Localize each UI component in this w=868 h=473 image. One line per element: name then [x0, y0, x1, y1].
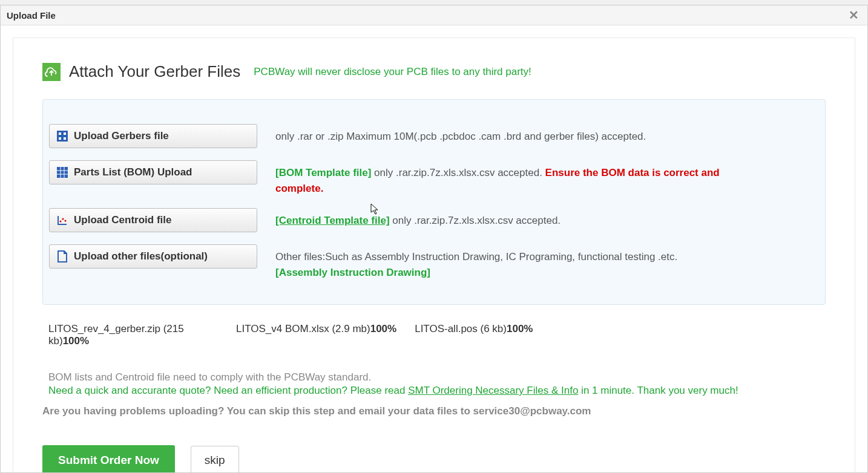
centroid-info-text: only .rar.zip.7z.xls.xlsx.csv accepted.	[390, 215, 561, 226]
upload-other-button[interactable]: Upload other files(optional)	[49, 244, 257, 269]
upload-file-dialog: Upload File ✕ Attach Your Gerber Files P…	[0, 5, 868, 473]
file-entry: LITOS_rev_4_gerber.zip (215 kb)100%	[48, 323, 218, 347]
upload-row-gerber: Upload Gerbers file only .rar or .zip Ma…	[49, 118, 819, 154]
file-progress: 100%	[63, 335, 89, 347]
centroid-template-link[interactable]: [Centroid Template file]	[275, 215, 390, 226]
file-entry: LITOS_v4 BOM.xlsx (2.9 mb)100%	[236, 323, 396, 347]
gerber-info: only .rar or .zip Maximum 10M(.pcb .pcbd…	[275, 124, 646, 145]
svg-rect-2	[64, 132, 66, 135]
inner-panel: Attach Your Gerber Files PCBWay will nev…	[13, 38, 855, 472]
upload-centroid-label: Upload Centroid file	[74, 214, 172, 226]
gerber-icon	[56, 129, 69, 143]
other-info-text: Other files:Such as Assembly Instruction…	[275, 251, 677, 263]
file-icon	[56, 250, 69, 263]
file-entry: LITOS-all.pos (6 kb)100%	[415, 323, 533, 347]
dialog-header: Upload File ✕	[1, 5, 867, 25]
svg-rect-1	[59, 132, 61, 135]
svg-point-10	[60, 221, 62, 223]
upload-gerbers-label: Upload Gerbers file	[74, 130, 169, 142]
assembly-instruction-link[interactable]: [Assembly Instruction Drawing]	[275, 267, 430, 278]
bom-template-link[interactable]: [BOM Template file]	[275, 167, 371, 178]
privacy-note: PCBWay will never disclose your PCB file…	[254, 66, 531, 78]
upload-row-bom: Parts List (BOM) Upload [BOM Template fi…	[49, 154, 819, 202]
dialog-title: Upload File	[7, 10, 56, 21]
close-icon[interactable]: ✕	[846, 9, 861, 21]
quote-suffix: in 1 minute. Thank you very much!	[578, 385, 738, 396]
quote-note: Need a quick and accurante quote? Need a…	[48, 385, 820, 397]
svg-rect-4	[64, 137, 66, 140]
bom-info: [BOM Template file] only .rar.zip.7z.xls…	[275, 160, 760, 196]
upload-panel: Upload Gerbers file only .rar or .zip Ma…	[42, 99, 826, 305]
upload-gerbers-button[interactable]: Upload Gerbers file	[49, 124, 257, 148]
upload-bom-button[interactable]: Parts List (BOM) Upload	[49, 160, 257, 184]
bom-info-text: only .rar.zip.7z.xls.xlsx.csv accepted.	[371, 167, 545, 178]
dialog-body[interactable]: Attach Your Gerber Files PCBWay will nev…	[1, 25, 867, 472]
skip-button[interactable]: skip	[191, 446, 239, 472]
svg-rect-3	[59, 137, 61, 140]
page-title: Attach Your Gerber Files	[69, 62, 240, 81]
centroid-info: [Centroid Template file] only .rar.zip.7…	[275, 208, 561, 229]
upload-bom-label: Parts List (BOM) Upload	[74, 166, 192, 178]
table-icon	[56, 166, 69, 179]
trouble-note: Are you having problems uploading? You c…	[42, 405, 826, 417]
compliance-note: BOM lists and Centroid file need to comp…	[48, 371, 820, 383]
svg-rect-5	[57, 167, 68, 178]
cloud-upload-icon	[42, 63, 61, 81]
file-name: LITOS_v4 BOM.xlsx (2.9 mb)	[236, 323, 370, 334]
svg-point-11	[62, 218, 64, 220]
uploaded-files-list: LITOS_rev_4_gerber.zip (215 kb)100% LITO…	[48, 323, 820, 347]
centroid-icon	[56, 214, 69, 227]
heading-row: Attach Your Gerber Files PCBWay will nev…	[42, 62, 826, 81]
file-name: LITOS-all.pos (6 kb)	[415, 323, 507, 334]
svg-point-12	[65, 220, 67, 222]
files-section: LITOS_rev_4_gerber.zip (215 kb)100% LITO…	[42, 305, 826, 403]
file-progress: 100%	[370, 323, 396, 334]
submit-order-button[interactable]: Submit Order Now	[42, 445, 175, 472]
file-progress: 100%	[507, 323, 533, 334]
svg-rect-0	[57, 131, 68, 142]
smt-ordering-link[interactable]: SMT Ordering Necessary Files & Info	[408, 385, 578, 396]
quote-prefix: Need a quick and accurante quote? Need a…	[48, 385, 408, 396]
upload-other-label: Upload other files(optional)	[74, 250, 208, 263]
upload-row-centroid: Upload Centroid file [Centroid Template …	[49, 202, 819, 238]
other-info: Other files:Such as Assembly Instruction…	[275, 244, 677, 280]
upload-centroid-button[interactable]: Upload Centroid file	[49, 208, 257, 232]
upload-row-other: Upload other files(optional) Other files…	[49, 238, 819, 286]
button-row: Submit Order Now skip	[42, 445, 826, 472]
